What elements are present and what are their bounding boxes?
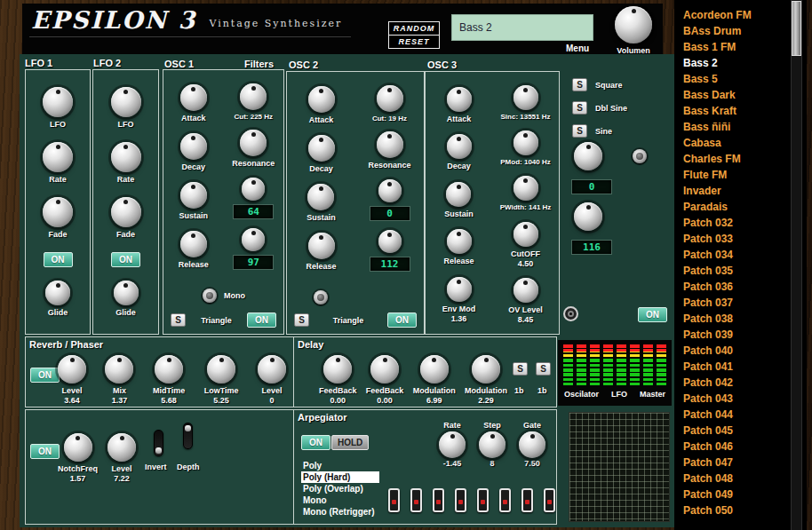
preset-item[interactable]: Patch 045 <box>674 422 789 438</box>
preset-item[interactable]: Patch 035 <box>674 262 789 278</box>
arp-mode-item[interactable]: Poly <box>301 460 379 471</box>
arp-mode-item[interactable]: Poly (Hard) <box>301 471 379 483</box>
reverb-lowtime-knob[interactable] <box>207 355 235 384</box>
lfo1-on-button[interactable]: ON <box>44 252 73 267</box>
arp-step-switch[interactable] <box>499 488 511 512</box>
arp-on-button[interactable]: ON <box>301 435 330 450</box>
arp-hold-button[interactable]: HOLD <box>331 435 369 450</box>
preset-item[interactable]: Patch 050 <box>674 502 789 518</box>
osc2-resonance-knob[interactable] <box>377 131 403 158</box>
lfo1-rate-knob[interactable] <box>43 142 73 172</box>
osc2-mono-button[interactable] <box>314 290 328 305</box>
osc3-release-knob[interactable] <box>447 229 472 254</box>
osc2-sustain-knob[interactable] <box>307 184 334 210</box>
wave-sine-s-button[interactable]: S <box>572 124 587 138</box>
osc3-cutoff-knob[interactable] <box>513 222 538 247</box>
lfo2-fade-knob[interactable] <box>111 197 141 227</box>
preset-item[interactable]: BAss Drum <box>674 22 789 38</box>
preset-item[interactable]: Bass 5 <box>674 70 789 86</box>
preset-item[interactable]: Patch 032 <box>674 214 789 230</box>
osc1-attack-knob[interactable] <box>180 84 207 111</box>
preset-item[interactable]: Bass 2 <box>674 54 789 70</box>
osc2-filter-knob-2[interactable] <box>378 230 402 253</box>
delay-sync2-s-button[interactable]: S <box>536 362 551 376</box>
wave-dblsine-s-button[interactable]: S <box>572 101 587 115</box>
osc2-wave-s-button[interactable]: S <box>294 313 309 327</box>
delay-sync2-value[interactable]: 1b <box>537 386 547 395</box>
depth-slider[interactable] <box>183 423 193 449</box>
osc1-filter-display-2[interactable]: 97 <box>233 255 274 270</box>
osc3-decay-knob[interactable] <box>447 134 472 159</box>
preset-item[interactable]: Acordeon FM <box>674 6 789 22</box>
reverb-level-knob[interactable] <box>58 355 86 384</box>
osc2-filter-knob-1[interactable] <box>378 179 402 202</box>
notch-freq-knob[interactable] <box>64 433 92 462</box>
preset-item[interactable]: Patch 037 <box>674 294 789 310</box>
preset-item[interactable]: Patch 039 <box>674 326 789 342</box>
preset-item[interactable]: Patch 036 <box>674 278 789 294</box>
reset-button[interactable]: RESET <box>389 36 439 48</box>
lfo2-rate-knob[interactable] <box>111 142 141 172</box>
preset-item[interactable]: Cabasa <box>674 134 789 150</box>
preset-item[interactable]: Patch 034 <box>674 246 789 262</box>
arp-step-switch[interactable] <box>544 488 555 512</box>
output-jack-button[interactable] <box>563 306 578 321</box>
lfo1-lfo-knob[interactable] <box>43 87 73 117</box>
osc3-sustain-knob[interactable] <box>446 182 471 207</box>
osc1-on-button[interactable]: ON <box>247 312 276 328</box>
osc1-cutoff-knob[interactable] <box>240 83 267 110</box>
preset-scrollbar-thumb[interactable] <box>792 1 801 56</box>
wave-small-knob[interactable] <box>633 149 647 163</box>
delay-feedback1-knob[interactable] <box>323 355 352 384</box>
osc1-filter-display-1[interactable]: 64 <box>233 204 274 219</box>
arp-step-switch[interactable] <box>388 488 400 512</box>
wave-on-button[interactable]: ON <box>638 307 667 322</box>
preset-item[interactable]: Flute FM <box>674 166 789 182</box>
osc2-release-knob[interactable] <box>308 233 335 259</box>
arp-step-knob[interactable] <box>479 431 506 458</box>
osc2-filter-display-1[interactable]: 0 <box>370 206 410 221</box>
lfo2-lfo-knob[interactable] <box>111 87 141 117</box>
preset-item[interactable]: Bass 1 FM <box>674 38 789 54</box>
phaser-level-knob[interactable] <box>258 355 286 384</box>
osc1-wave-s-button[interactable]: S <box>171 313 186 327</box>
osc2-cutoff-knob[interactable] <box>377 85 403 112</box>
invert-slider[interactable] <box>154 430 163 456</box>
osc3-pwidth-knob[interactable] <box>513 176 538 201</box>
preset-item[interactable]: Bass Kraft <box>674 102 789 118</box>
wave-display-1[interactable]: 0 <box>571 179 612 194</box>
preset-item[interactable]: Patch 042 <box>674 374 789 390</box>
notch-on-button[interactable]: ON <box>30 444 60 459</box>
osc1-filter-knob-1[interactable] <box>242 178 265 201</box>
preset-item[interactable]: Patch 043 <box>674 390 789 406</box>
osc1-release-knob[interactable] <box>180 231 207 257</box>
volume-knob[interactable] <box>615 6 652 44</box>
osc1-filter-knob-2[interactable] <box>242 228 265 251</box>
osc3-ovlevel-knob[interactable] <box>513 278 538 303</box>
arp-step-switch[interactable] <box>410 488 422 512</box>
osc3-attack-knob[interactable] <box>447 87 472 112</box>
preset-item[interactable]: Patch 041 <box>674 358 789 374</box>
reverb-midtime-knob[interactable] <box>155 355 183 384</box>
osc3-sinc-knob[interactable] <box>513 85 538 110</box>
arp-rate-knob[interactable] <box>439 431 466 458</box>
reverb-mix-knob[interactable] <box>105 355 133 384</box>
arp-step-switch[interactable] <box>477 488 489 512</box>
delay-modulation1-knob[interactable] <box>420 355 449 384</box>
preset-name-input[interactable] <box>451 14 593 41</box>
preset-item[interactable]: Charles FM <box>674 150 789 166</box>
osc1-decay-knob[interactable] <box>180 133 207 160</box>
osc3-pmod-knob[interactable] <box>513 131 538 155</box>
osc1-sustain-knob[interactable] <box>180 182 207 209</box>
preset-item[interactable]: Paradais <box>674 198 789 214</box>
preset-item[interactable]: Bass Dark <box>674 86 789 102</box>
preset-item[interactable]: Patch 044 <box>674 406 789 422</box>
preset-item[interactable]: Patch 046 <box>674 438 789 454</box>
arp-step-switch[interactable] <box>455 488 466 512</box>
wave-display-2[interactable]: 116 <box>571 240 612 255</box>
preset-item[interactable]: Bass ñiñi <box>674 118 789 134</box>
lfo2-glide-knob[interactable] <box>114 281 139 305</box>
preset-item[interactable]: Patch 049 <box>674 486 789 502</box>
preset-item[interactable]: Patch 047 <box>674 454 789 470</box>
osc1-resonance-knob[interactable] <box>240 130 267 156</box>
